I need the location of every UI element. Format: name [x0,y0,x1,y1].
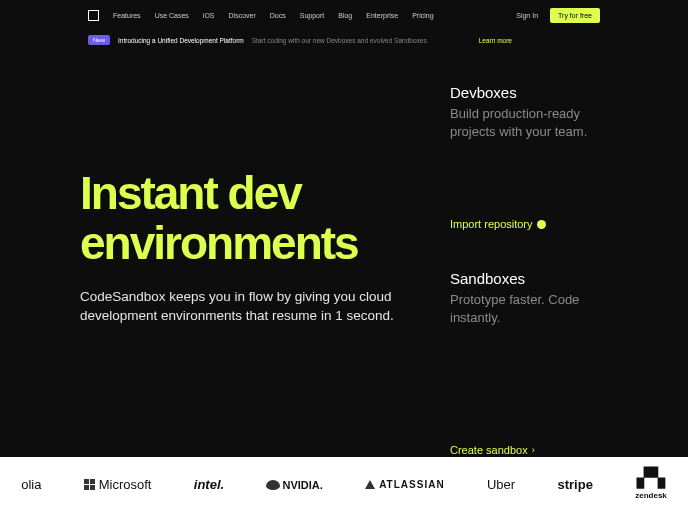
logo-atlassian: ATLASSIAN [365,479,444,490]
atlassian-icon [365,480,375,489]
devboxes-title: Devboxes [450,84,600,101]
hero-title: Instant dev environments [80,169,410,268]
announcement-banner: New Introducing a Unified Development Pl… [0,31,688,49]
nav-use-cases[interactable]: Use Cases [155,12,189,19]
sandboxes-desc: Prototype faster. Code instantly. [450,291,600,326]
chevron-right-icon: › [532,445,535,455]
banner-subtext: Start coding with our new Devboxes and e… [252,37,429,44]
signin-link[interactable]: Sign In [516,12,538,19]
nvidia-label: NVIDIA. [282,479,322,491]
logo-zendesk: ▞▚ zendesk [635,469,667,500]
logo-nvidia: NVIDIA. [266,479,322,491]
devboxes-desc: Build production-ready projects with you… [450,105,600,140]
zendesk-icon: ▞▚ [637,469,665,487]
learn-more-link[interactable]: Learn more [479,37,512,44]
nav-pricing[interactable]: Pricing [412,12,433,19]
import-repository-label: Import repository [450,218,533,230]
create-sandbox-link[interactable]: Create sandbox › [450,444,600,456]
atlassian-label: ATLASSIAN [379,479,444,490]
zendesk-label: zendesk [635,491,667,500]
hero-title-line1: Instant dev [80,167,301,219]
new-badge: New [88,35,110,45]
main-content: Instant dev environments CodeSandbox kee… [0,49,688,456]
nav-blog[interactable]: Blog [338,12,352,19]
nav-enterprise[interactable]: Enterprise [366,12,398,19]
hero: Instant dev environments CodeSandbox kee… [80,84,410,456]
header-actions: Sign In Try for free [516,8,600,23]
main-nav: Features Use Cases iOS Discover Docs Sup… [113,12,502,19]
banner-headline: Introducing a Unified Development Platfo… [118,37,244,44]
logo-microsoft: Microsoft [84,477,152,492]
logo-uber: Uber [487,477,515,492]
hero-subtitle: CodeSandbox keeps you in flow by giving … [80,288,410,326]
header: Features Use Cases iOS Discover Docs Sup… [0,0,688,31]
logo-icon[interactable] [88,10,99,21]
nav-features[interactable]: Features [113,12,141,19]
logo-stripe: stripe [557,477,592,492]
nav-discover[interactable]: Discover [229,12,256,19]
import-repository-link[interactable]: Import repository [450,218,600,230]
logo-intel: intel. [194,477,224,492]
nvidia-icon [266,480,280,490]
hero-title-line2: environments [80,217,358,269]
logo-algolia: olia [21,477,41,492]
customer-logos: olia Microsoft intel. NVIDIA. ATLASSIAN … [0,457,688,512]
devboxes-section: Devboxes Build production-ready projects… [450,84,600,140]
nav-ios[interactable]: iOS [203,12,215,19]
sandboxes-title: Sandboxes [450,270,600,287]
try-free-button[interactable]: Try for free [550,8,600,23]
microsoft-label: Microsoft [99,477,152,492]
sidebar: Devboxes Build production-ready projects… [450,84,600,456]
create-sandbox-label: Create sandbox [450,444,528,456]
nav-support[interactable]: Support [300,12,325,19]
microsoft-icon [84,479,95,490]
sandboxes-section: Sandboxes Prototype faster. Code instant… [450,270,600,326]
nav-docs[interactable]: Docs [270,12,286,19]
github-icon [537,220,546,229]
